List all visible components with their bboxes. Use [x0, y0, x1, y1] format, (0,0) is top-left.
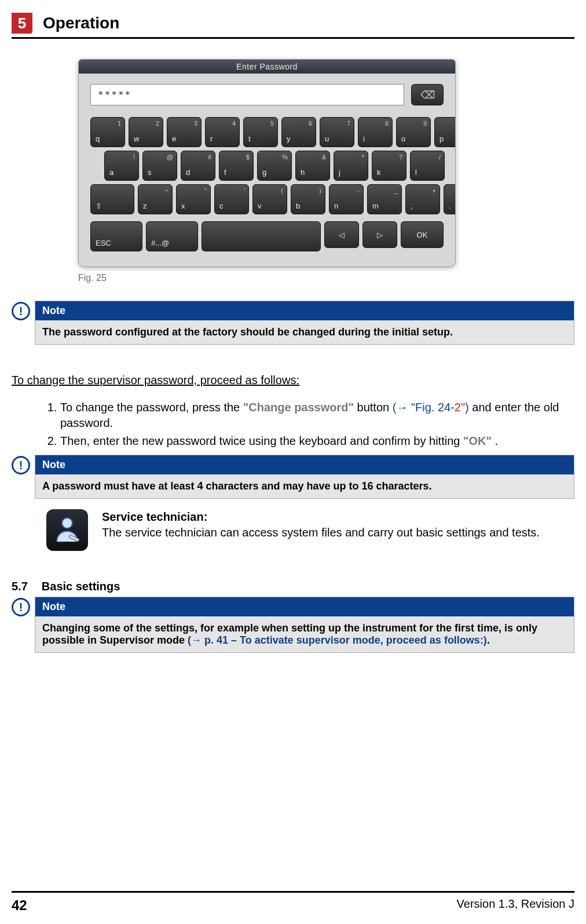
step-1: To change the password, press the "Chang… — [60, 400, 561, 431]
key-v[interactable]: v( — [252, 184, 287, 214]
note-heading: Note — [35, 301, 574, 320]
step-text: . — [495, 434, 498, 447]
page-number: 42 — [12, 897, 27, 914]
key-w[interactable]: w2 — [129, 117, 163, 147]
step-text: button — [357, 401, 393, 414]
procedure-steps: To change the password, press the "Chang… — [46, 400, 574, 449]
note-text: . — [487, 634, 490, 646]
enter-password-dialog: Enter Password ***** ⌫ q1w2e3r4t5y6u7i8o… — [78, 59, 456, 267]
key-.[interactable]: .= — [444, 184, 456, 214]
key-m[interactable]: m_ — [367, 184, 402, 214]
caret-left-key[interactable]: ◁ — [324, 221, 359, 248]
key-a[interactable]: a! — [104, 151, 139, 181]
note-heading: Note — [35, 597, 574, 616]
key-z[interactable]: z~ — [138, 184, 173, 214]
esc-key[interactable]: ESC — [90, 221, 142, 251]
note-body: Changing some of the settings, for examp… — [35, 616, 574, 652]
key-s[interactable]: s@ — [142, 151, 177, 181]
change-password-label: "Change password" — [243, 401, 354, 414]
xref-open: (→ — [393, 401, 411, 414]
key-l[interactable]: l/ — [410, 151, 445, 181]
note-icon: ! — [12, 456, 30, 474]
xref-supervisor-mode[interactable]: (→ p. 41 – To activate supervisor mode, … — [188, 634, 487, 646]
password-input[interactable]: ***** — [90, 84, 404, 105]
key-e[interactable]: e3 — [167, 117, 202, 147]
key-c[interactable]: c' — [214, 184, 249, 214]
svg-point-0 — [62, 518, 72, 528]
note-icon: ! — [12, 302, 30, 320]
xref-close: ) — [465, 401, 469, 414]
note-heading: Note — [35, 455, 574, 474]
key-h[interactable]: h& — [295, 151, 330, 181]
note-icon: ! — [12, 598, 30, 616]
step-text: To change the password, press the — [60, 401, 243, 414]
caret-right-key[interactable]: ▷ — [362, 221, 397, 248]
section-title: Basic settings — [42, 580, 120, 593]
step-text: Then, enter the new password twice using… — [60, 434, 463, 447]
key-x[interactable]: x" — [176, 184, 211, 214]
step-2: Then, enter the new password twice using… — [60, 433, 561, 449]
xref-dash: - — [451, 401, 455, 414]
service-technician-body: The service technician can access system… — [102, 525, 540, 540]
key-d[interactable]: d# — [181, 151, 215, 181]
procedure-lead: To change the supervisor password, proce… — [12, 374, 574, 387]
key-g[interactable]: g% — [257, 151, 292, 181]
key-u[interactable]: u7 — [320, 117, 354, 147]
key-j[interactable]: j* — [334, 151, 368, 181]
figure-caption: Fig. 25 — [78, 273, 574, 283]
key-r[interactable]: r4 — [205, 117, 240, 147]
key-i[interactable]: i8 — [358, 117, 393, 147]
key-n[interactable]: n- — [329, 184, 364, 214]
version-string: Version 1.3, Revision J — [457, 897, 574, 914]
key-t[interactable]: t5 — [243, 117, 278, 147]
key-p[interactable]: p0 — [434, 117, 456, 147]
service-technician-icon — [46, 509, 88, 551]
chapter-number-badge: 5 — [12, 13, 32, 34]
key-,[interactable]: ,+ — [405, 184, 440, 214]
figure-25: Enter Password ***** ⌫ q1w2e3r4t5y6u7i8o… — [78, 59, 574, 267]
chapter-title: Operation — [43, 14, 119, 32]
key-o[interactable]: o9 — [396, 117, 431, 147]
backspace-key[interactable]: ⌫ — [411, 84, 444, 105]
ok-key[interactable]: OK — [401, 221, 444, 248]
key-y[interactable]: y6 — [281, 117, 316, 147]
ok-label: "OK" — [463, 434, 492, 447]
xref-figure[interactable]: "Fig. 24 — [411, 401, 451, 414]
symbols-key[interactable]: #...@ — [146, 221, 198, 251]
shift-key[interactable]: ⇧ — [90, 184, 134, 214]
footer-rule — [12, 891, 574, 893]
key-b[interactable]: b) — [291, 184, 325, 214]
dialog-title: Enter Password — [79, 60, 455, 74]
note-body: A password must have at least 4 characte… — [35, 474, 574, 498]
key-f[interactable]: f$ — [219, 151, 254, 181]
xref-callout-number[interactable]: 2" — [455, 401, 465, 414]
key-k[interactable]: k? — [372, 151, 406, 181]
note-body: The password configured at the factory s… — [35, 320, 574, 344]
key-q[interactable]: q1 — [90, 117, 125, 147]
header-rule — [12, 37, 574, 39]
space-key[interactable] — [202, 221, 321, 251]
service-technician-title: Service technician: — [102, 509, 540, 525]
section-number: 5.7 — [12, 580, 28, 593]
